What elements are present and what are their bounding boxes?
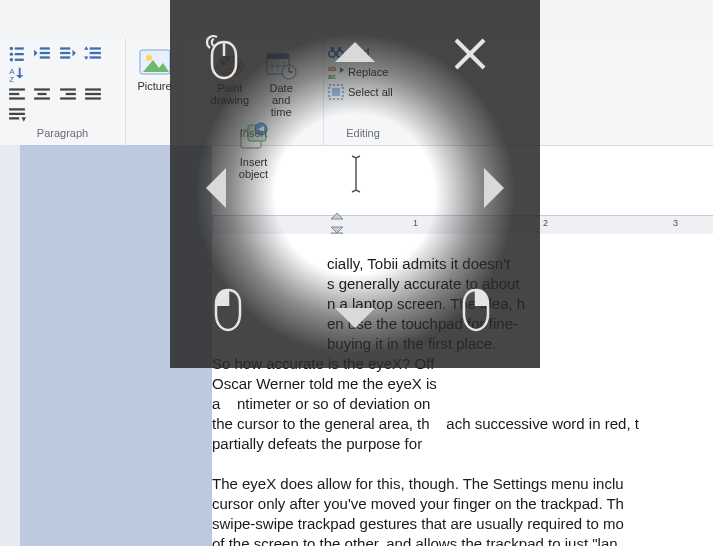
svg-rect-32 [85,93,101,95]
scroll-left-arrow[interactable] [204,166,228,210]
svg-rect-25 [34,89,50,91]
sort-icon[interactable]: AZ [8,65,26,83]
gaze-overlay [170,0,540,368]
app-root: AZ Paragraph Picture Paint [0,0,713,546]
svg-marker-37 [22,118,27,123]
svg-rect-16 [90,56,101,58]
svg-rect-30 [60,98,76,100]
svg-marker-74 [335,42,375,62]
svg-rect-15 [90,52,101,54]
svg-point-2 [10,52,13,55]
scroll-up-arrow[interactable] [333,40,377,64]
svg-marker-77 [206,168,226,208]
close-icon[interactable] [452,36,488,72]
group-label-paragraph: Paragraph [0,127,125,139]
paragraph-row1: AZ [0,42,125,84]
paragraph-row2 [0,84,125,126]
align-right-icon[interactable] [59,85,77,103]
svg-rect-26 [38,93,47,95]
vertical-ruler [0,145,21,546]
svg-rect-28 [60,89,76,91]
svg-rect-34 [9,109,25,111]
scroll-down-arrow[interactable] [333,306,377,330]
svg-rect-22 [9,89,25,91]
indent-decrease-icon[interactable] [33,44,51,62]
svg-rect-36 [9,118,19,120]
right-click-icon[interactable] [458,288,494,332]
svg-marker-18 [84,56,89,59]
svg-rect-12 [60,56,70,58]
svg-marker-17 [84,46,89,49]
align-justify-icon[interactable] [84,85,102,103]
svg-rect-3 [15,53,24,55]
svg-rect-10 [60,47,70,49]
svg-rect-23 [9,93,19,95]
svg-rect-11 [60,52,70,54]
svg-rect-35 [9,113,25,115]
align-left-icon[interactable] [8,85,26,103]
left-click-icon[interactable] [210,288,246,332]
paragraph-2: The eyeX does allow for this, though. Th… [212,474,713,546]
scroll-right-arrow[interactable] [482,166,506,210]
svg-marker-78 [484,168,504,208]
svg-rect-27 [34,98,50,100]
svg-marker-13 [72,49,75,56]
svg-rect-5 [15,58,24,60]
svg-point-4 [10,58,13,61]
svg-marker-21 [16,67,23,78]
svg-marker-9 [34,49,37,56]
svg-rect-6 [40,47,50,49]
mouse-settings-icon[interactable] [204,34,244,80]
align-center-icon[interactable] [33,85,51,103]
indent-increase-icon[interactable] [59,44,77,62]
line-spacing-icon[interactable] [84,44,102,62]
paragraph-settings-icon[interactable] [8,106,26,124]
svg-text:Z: Z [9,75,14,83]
svg-rect-7 [40,52,50,54]
bullets-icon[interactable] [8,44,26,62]
svg-rect-29 [65,93,75,95]
svg-rect-1 [15,47,24,49]
svg-rect-24 [9,98,25,100]
group-paragraph: AZ Paragraph [0,38,126,145]
svg-marker-79 [335,308,375,328]
svg-rect-31 [85,89,101,91]
svg-rect-33 [85,98,101,100]
svg-rect-8 [40,56,50,58]
svg-point-39 [146,55,152,61]
text-cursor-icon [350,154,362,194]
svg-point-0 [10,47,13,50]
svg-rect-14 [90,47,101,49]
